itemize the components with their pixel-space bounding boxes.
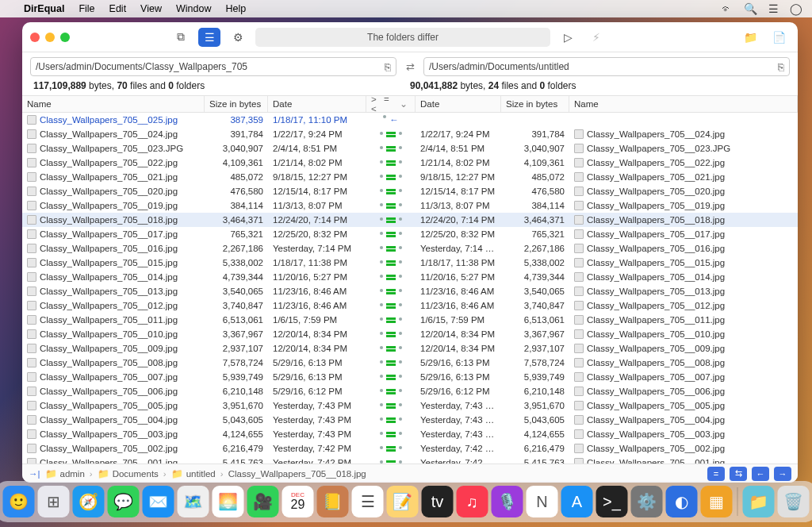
control-center-icon[interactable]: ☰: [768, 2, 779, 15]
right-path-eject-icon[interactable]: ⎘: [778, 61, 784, 73]
table-row[interactable]: Classy_Wallpapers_705__006.jpg6,210,1485…: [22, 384, 798, 398]
right-path-field[interactable]: /Users/admin/Documents/untitled ⎘: [423, 57, 790, 76]
dock-preferences-icon[interactable]: ⚙️: [631, 486, 663, 517]
toolbar-folder-pair-icon[interactable]: ⧉: [170, 28, 192, 47]
left-size: 6,216,479: [205, 444, 268, 453]
dock-direqual-icon[interactable]: ◐: [666, 486, 698, 517]
toolbar-list-view-icon[interactable]: ☰: [198, 28, 220, 47]
spotlight-icon[interactable]: 🔍: [744, 2, 757, 15]
crumb-untitled[interactable]: 📁untitled: [171, 468, 216, 479]
sb-left-icon[interactable]: ←: [752, 467, 769, 481]
table-row[interactable]: Classy_Wallpapers_705__002.jpg6,216,479Y…: [22, 441, 798, 456]
table-row[interactable]: Classy_Wallpapers_705__008.jpg7,578,7245…: [22, 356, 798, 370]
table-row[interactable]: Classy_Wallpapers_705__012.jpg3,740,8471…: [22, 298, 798, 313]
toolbar-play-icon[interactable]: ▷: [557, 28, 579, 47]
toolbar-open-folder-icon[interactable]: 📁: [739, 28, 761, 47]
table-row[interactable]: Classy_Wallpapers_705__009.jpg2,937,1071…: [22, 341, 798, 356]
left-size: 476,580: [205, 187, 268, 196]
dock-trash-icon[interactable]: 🗑️: [778, 486, 810, 517]
table-row[interactable]: Classy_Wallpapers_705__019.jpg384,11411/…: [22, 198, 798, 213]
table-row[interactable]: Classy_Wallpapers_705__001.jpg5,415,763Y…: [22, 456, 798, 464]
table-row[interactable]: Classy_Wallpapers_705__016.jpg2,267,186Y…: [22, 241, 798, 256]
menu-view[interactable]: View: [140, 3, 162, 14]
table-row[interactable]: Classy_Wallpapers_705__020.jpg476,58012/…: [22, 184, 798, 198]
swap-paths-icon[interactable]: ⇄: [403, 61, 417, 73]
dock-launchpad-icon[interactable]: ⊞: [38, 486, 70, 517]
dock-calendar-icon[interactable]: DEC29: [282, 486, 314, 517]
table-row[interactable]: Classy_Wallpapers_705__022.jpg4,109,3611…: [22, 156, 798, 170]
wifi-icon[interactable]: ᯤ: [722, 2, 733, 15]
dock-maps-icon[interactable]: 🗺️: [178, 486, 209, 517]
toolbar-document-icon[interactable]: 📄: [768, 28, 790, 47]
left-summary: 117,109,889 bytes, 70 files and 0 folder…: [33, 80, 410, 91]
crumb-documents[interactable]: 📁Documents: [98, 468, 159, 479]
menu-file[interactable]: File: [79, 3, 94, 14]
menu-edit[interactable]: Edit: [109, 3, 127, 14]
sb-equal-icon[interactable]: =: [707, 467, 725, 481]
menu-help[interactable]: Help: [225, 3, 246, 14]
table-row[interactable]: Classy_Wallpapers_705__004.jpg5,043,605Y…: [22, 413, 798, 427]
dock-notes-icon[interactable]: 📝: [387, 486, 419, 517]
zoom-button[interactable]: [60, 33, 70, 42]
crumb-admin[interactable]: 📁admin: [45, 468, 85, 479]
header-date-left[interactable]: Date: [268, 96, 366, 112]
dock-mail-icon[interactable]: ✉️: [143, 486, 174, 517]
dock-terminal-icon[interactable]: >_: [596, 486, 628, 517]
table-row[interactable]: Classy_Wallpapers_705__018.jpg3,464,3711…: [22, 213, 798, 227]
dock-podcasts-icon[interactable]: 🎙️: [492, 486, 523, 517]
table-row[interactable]: Classy_Wallpapers_705__011.jpg6,513,0611…: [22, 313, 798, 327]
file-icon: [27, 387, 36, 396]
dock-contacts-icon[interactable]: 📒: [317, 486, 349, 517]
table-row[interactable]: Classy_Wallpapers_705__013.jpg3,540,0651…: [22, 284, 798, 298]
dock-messages-icon[interactable]: 💬: [108, 486, 140, 517]
dock-photos-icon[interactable]: 🌅: [213, 486, 244, 517]
header-name-right[interactable]: Name: [569, 96, 798, 112]
table-row[interactable]: Classy_Wallpapers_705__005.jpg3,951,670Y…: [22, 398, 798, 413]
left-date: 5/29/16, 6:12 PM: [268, 387, 366, 396]
toolbar-settings-icon[interactable]: ⚙︎: [227, 28, 249, 47]
file-icon: [574, 258, 584, 267]
table-row[interactable]: Classy_Wallpapers_705__015.jpg5,338,0021…: [22, 256, 798, 270]
right-date: 12/15/14, 8:17 PM: [416, 187, 501, 196]
dock-safari-icon[interactable]: 🧭: [73, 486, 105, 517]
menu-window[interactable]: Window: [176, 3, 211, 14]
sb-swap-icon[interactable]: ⇆: [730, 467, 747, 481]
right-size: 476,580: [501, 187, 569, 196]
sb-right-icon[interactable]: →: [774, 467, 791, 481]
dock-keynote-icon[interactable]: ▦: [701, 486, 733, 517]
table-row[interactable]: Classy_Wallpapers_705__017.jpg765,32112/…: [22, 227, 798, 241]
app-name[interactable]: DirEqual: [24, 3, 64, 14]
dot-icon: [380, 417, 383, 421]
siri-icon[interactable]: ◯: [790, 2, 802, 15]
left-path-eject-icon[interactable]: ⎘: [385, 61, 391, 73]
dock-finder-icon[interactable]: 🙂: [3, 486, 35, 517]
table-row[interactable]: Classy_Wallpapers_705__025.jpg387,3591/1…: [22, 113, 798, 127]
close-button[interactable]: [30, 33, 40, 42]
dock-facetime-icon[interactable]: 🎥: [247, 486, 279, 517]
crumb-file[interactable]: Classy_Wallpapers_705__018.jpg: [228, 469, 366, 479]
table-row[interactable]: Classy_Wallpapers_705__023.JPG3,040,9072…: [22, 141, 798, 156]
dock-tv-icon[interactable]: tv: [422, 486, 454, 517]
header-size-left[interactable]: Size in bytes: [205, 96, 268, 112]
table-row[interactable]: Classy_Wallpapers_705__014.jpg4,739,3441…: [22, 270, 798, 284]
dock-appstore-icon[interactable]: A: [561, 486, 593, 517]
table-row[interactable]: Classy_Wallpapers_705__003.jpg4,124,655Y…: [22, 427, 798, 441]
right-filename: Classy_Wallpapers_705__016.jpg: [587, 244, 725, 253]
table-row[interactable]: Classy_Wallpapers_705__010.jpg3,367,9671…: [22, 327, 798, 341]
header-size-right[interactable]: Size in bytes: [501, 96, 569, 112]
header-date-right[interactable]: Date: [416, 96, 501, 112]
table-row[interactable]: Classy_Wallpapers_705__021.jpg485,0729/1…: [22, 170, 798, 184]
left-path-field[interactable]: /Users/admin/Documents/Classy_Wallpapers…: [30, 57, 396, 76]
dock-downloads-icon[interactable]: 📁: [743, 486, 775, 517]
table-row[interactable]: Classy_Wallpapers_705__024.jpg391,7841/2…: [22, 127, 798, 141]
toolbar-lightning-icon[interactable]: ⚡︎: [585, 28, 607, 47]
dock-news-icon[interactable]: N: [527, 486, 558, 517]
dock-reminders-icon[interactable]: ☰: [352, 486, 384, 517]
minimize-button[interactable]: [45, 33, 55, 42]
header-name-left[interactable]: Name: [22, 96, 205, 112]
table-row[interactable]: Classy_Wallpapers_705__007.jpg5,939,7495…: [22, 370, 798, 384]
right-filename: Classy_Wallpapers_705__012.jpg: [587, 301, 725, 310]
file-icon: [27, 315, 36, 325]
header-cmp[interactable]: > = <⌄: [366, 96, 416, 112]
dock-music-icon[interactable]: ♫: [457, 486, 488, 517]
